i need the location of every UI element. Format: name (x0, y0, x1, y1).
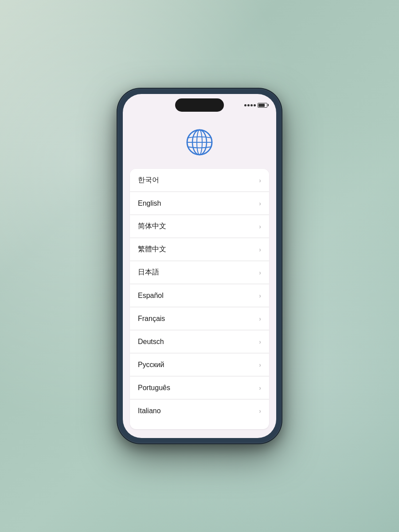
language-item-traditional-chinese[interactable]: 繁體中文› (130, 238, 269, 261)
signal-dot-4 (254, 104, 256, 106)
chevron-icon-italian: › (259, 407, 261, 415)
globe-container (123, 118, 276, 169)
status-bar (123, 94, 276, 113)
chevron-icon-traditional-chinese: › (259, 246, 261, 253)
language-label-korean: 한국어 (138, 176, 159, 185)
language-list: 한국어›English›简体中文›繁體中文›日本語›Español›França… (130, 169, 269, 429)
language-label-traditional-chinese: 繁體中文 (138, 245, 166, 254)
battery-fill (258, 104, 265, 107)
phone-device: 한국어›English›简体中文›繁體中文›日本語›Español›França… (117, 89, 282, 443)
signal-dot-3 (250, 104, 253, 106)
language-item-korean[interactable]: 한국어› (130, 169, 269, 192)
signal-indicator (244, 104, 256, 106)
battery-icon (258, 103, 267, 108)
language-label-portuguese: Português (138, 384, 170, 392)
phone-screen: 한국어›English›简体中文›繁體中文›日本語›Español›França… (123, 94, 276, 438)
language-label-spanish: Español (138, 292, 164, 300)
chevron-icon-french: › (259, 315, 261, 322)
language-label-simplified-chinese: 简体中文 (138, 222, 166, 231)
language-item-english[interactable]: English› (130, 192, 269, 215)
dynamic-island (175, 98, 224, 112)
language-label-french: Français (138, 315, 165, 323)
chevron-icon-japanese: › (259, 269, 261, 276)
language-item-simplified-chinese[interactable]: 简体中文› (130, 215, 269, 238)
language-label-italian: Italiano (138, 407, 161, 415)
language-item-portuguese[interactable]: Português› (130, 376, 269, 399)
chevron-icon-spanish: › (259, 292, 261, 299)
chevron-icon-portuguese: › (259, 384, 261, 391)
signal-dot-1 (244, 104, 246, 106)
status-icons (244, 103, 267, 108)
language-item-german[interactable]: Deutsch› (130, 330, 269, 353)
signal-dot-2 (247, 104, 250, 106)
language-label-english: English (138, 200, 161, 207)
chevron-icon-german: › (259, 338, 261, 345)
chevron-icon-korean: › (259, 177, 261, 184)
chevron-icon-english: › (259, 200, 261, 207)
language-item-japanese[interactable]: 日本語› (130, 261, 269, 284)
language-item-spanish[interactable]: Español› (130, 284, 269, 307)
language-item-french[interactable]: Français› (130, 307, 269, 330)
language-label-japanese: 日本語 (138, 268, 159, 277)
chevron-icon-russian: › (259, 361, 261, 368)
language-label-russian: Русский (138, 361, 164, 369)
language-item-russian[interactable]: Русский› (130, 353, 269, 376)
phone-body: 한국어›English›简体中文›繁體中文›日本語›Español›França… (117, 89, 282, 443)
screen-content: 한국어›English›简体中文›繁體中文›日本語›Español›França… (123, 113, 276, 438)
language-label-german: Deutsch (138, 338, 164, 346)
chevron-icon-simplified-chinese: › (259, 223, 261, 230)
language-item-italian[interactable]: Italiano› (130, 399, 269, 422)
globe-icon (184, 127, 215, 158)
